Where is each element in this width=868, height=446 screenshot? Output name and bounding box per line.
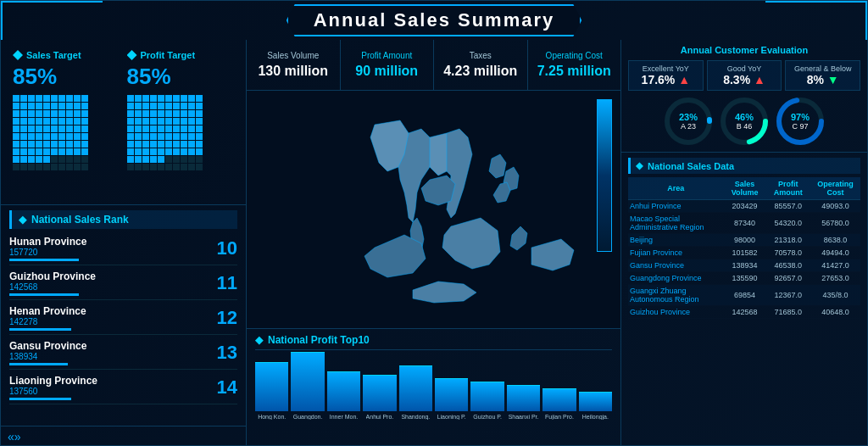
nav-next-icon[interactable]: » bbox=[14, 430, 21, 443]
stats-row: Sales Volume130 millionProfit Amount90 m… bbox=[247, 40, 620, 91]
dot bbox=[181, 133, 187, 140]
stat-box-1: Profit Amount90 million bbox=[341, 40, 435, 90]
donut-sub-2: C 97 bbox=[791, 122, 810, 131]
dot bbox=[74, 95, 81, 102]
dot bbox=[58, 125, 65, 132]
eval-score-label-0: Excellent YoY bbox=[632, 64, 699, 73]
dot bbox=[74, 110, 81, 117]
table-row-3: Fujian Province10158270578.049494.0 bbox=[628, 247, 860, 259]
dot bbox=[158, 164, 164, 170]
dot bbox=[173, 133, 180, 140]
eval-score-value-1: 8.3% ▲ bbox=[711, 73, 778, 86]
rank-bar-4 bbox=[9, 398, 71, 400]
corner-decoration-tl bbox=[1, 1, 103, 40]
dot bbox=[36, 164, 42, 170]
profit-target-label: Profit Target bbox=[127, 50, 196, 60]
dot bbox=[43, 164, 50, 170]
dot bbox=[127, 118, 134, 125]
dot bbox=[58, 95, 65, 102]
cell-2-2: 21318.0 bbox=[766, 234, 810, 247]
province-val-0: 157720 bbox=[9, 248, 86, 257]
eval-score-box-2: General & Below 8% ▼ bbox=[785, 60, 860, 91]
cell-4-2: 46538.0 bbox=[766, 259, 810, 272]
rank-item-4: Liaoning Province 137560 14 bbox=[9, 375, 237, 404]
dot bbox=[51, 164, 58, 170]
header: Annual Sales Summary bbox=[1, 1, 867, 40]
sales-target-percent: 85% bbox=[13, 64, 57, 90]
dot bbox=[51, 125, 58, 132]
cell-2-3: 8638.0 bbox=[810, 234, 860, 247]
dot bbox=[188, 141, 195, 148]
dot bbox=[28, 156, 35, 163]
dot bbox=[150, 95, 157, 102]
dot bbox=[66, 141, 73, 148]
dot bbox=[150, 125, 157, 132]
dot bbox=[43, 95, 50, 102]
eval-score-box-0: Excellent YoY 17.6% ▲ bbox=[628, 60, 704, 91]
dot bbox=[173, 164, 180, 170]
dot bbox=[142, 103, 149, 109]
dot bbox=[66, 95, 73, 102]
targets-section: Sales Target 85% Profit Target 85% bbox=[1, 40, 246, 205]
dot bbox=[196, 164, 203, 170]
dot bbox=[158, 133, 164, 140]
dot bbox=[165, 141, 172, 148]
cell-0-0: Anhui Province bbox=[628, 200, 723, 213]
dot bbox=[36, 95, 42, 102]
nav-prev-icon[interactable]: « bbox=[8, 430, 14, 443]
sales-dots-grid bbox=[13, 95, 88, 170]
dot bbox=[66, 156, 73, 163]
rank-section: ◆ National Sales Rank Hunan Province 157… bbox=[1, 205, 246, 426]
dot bbox=[74, 125, 81, 132]
cell-7-0: Guizhou Province bbox=[628, 306, 723, 319]
center-panel: Sales Volume130 millionProfit Amount90 m… bbox=[247, 40, 621, 446]
dot bbox=[165, 118, 172, 125]
dot bbox=[188, 125, 195, 132]
eval-scores: Excellent YoY 17.6% ▲ Good YoY 8.3% ▲ Ge… bbox=[628, 60, 860, 91]
donut-pct-2: 97% bbox=[791, 112, 810, 122]
dot bbox=[81, 110, 88, 117]
dot bbox=[20, 164, 27, 170]
dot bbox=[127, 141, 134, 148]
eval-title: Annual Customer Evaluation bbox=[628, 45, 860, 55]
right-panel: Annual Customer Evaluation Excellent YoY… bbox=[621, 40, 867, 446]
dot bbox=[196, 125, 203, 132]
dot bbox=[188, 95, 195, 102]
dot bbox=[135, 148, 142, 155]
dot bbox=[181, 141, 187, 148]
profit-target-icon bbox=[127, 50, 137, 60]
bar-item-8: Fujian Pro. bbox=[542, 388, 576, 420]
dot bbox=[58, 133, 65, 140]
cell-1-2: 54320.0 bbox=[766, 213, 810, 234]
dot bbox=[165, 95, 172, 102]
cell-4-0: Gansu Province bbox=[628, 259, 723, 272]
rank-info-2: Henan Province 142278 bbox=[9, 305, 86, 331]
dot bbox=[51, 133, 58, 140]
dot bbox=[28, 110, 35, 117]
dot bbox=[36, 133, 42, 140]
map-area bbox=[247, 91, 620, 328]
eval-score-value-0: 17.6% ▲ bbox=[632, 73, 699, 86]
cell-7-3: 40648.0 bbox=[810, 306, 860, 319]
cell-2-1: 98000 bbox=[723, 234, 765, 247]
rank-icon: ◆ bbox=[19, 214, 26, 226]
dot bbox=[188, 118, 195, 125]
dot bbox=[43, 156, 50, 163]
dot bbox=[28, 118, 35, 125]
eval-score-value-2: 8% ▼ bbox=[789, 73, 856, 86]
dot bbox=[188, 110, 195, 117]
dot bbox=[81, 141, 88, 148]
rank-number-1: 11 bbox=[217, 272, 237, 294]
dot bbox=[181, 156, 187, 163]
stat-label-3: Operating Cost bbox=[546, 51, 603, 60]
dot bbox=[20, 103, 27, 109]
stat-value-1: 90 million bbox=[355, 64, 418, 79]
dot bbox=[158, 148, 164, 155]
dot bbox=[135, 156, 142, 163]
col-header-1: Sales Volume bbox=[723, 177, 765, 200]
dot bbox=[181, 148, 187, 155]
dot bbox=[74, 118, 81, 125]
dot bbox=[142, 164, 149, 170]
donut-sub-1: B 46 bbox=[735, 122, 754, 131]
dot bbox=[51, 141, 58, 148]
